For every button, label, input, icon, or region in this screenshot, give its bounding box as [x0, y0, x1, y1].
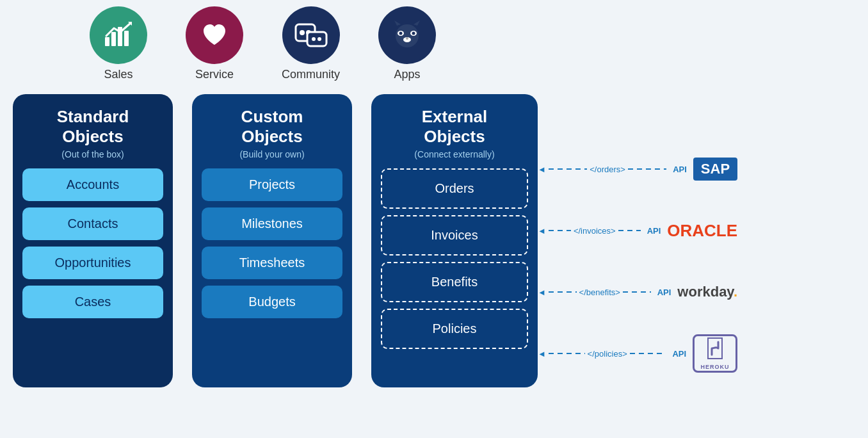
standard-item-cases: Cases: [22, 286, 163, 318]
external-item-benefits: Benefits: [385, 266, 524, 298]
apps-label: Apps: [394, 68, 421, 81]
external-objects-panel: ExternalObjects (Connect externally) Ord…: [371, 94, 538, 387]
community-icon-circle: [282, 6, 340, 64]
external-wrapper-orders: Orders: [381, 168, 528, 209]
svg-rect-8: [307, 32, 326, 46]
invoices-dashed-right: [618, 230, 641, 231]
sales-icon-circle: [90, 6, 147, 64]
svg-point-6: [300, 30, 305, 35]
icon-community: Community: [282, 6, 340, 81]
community-label: Community: [282, 68, 340, 81]
benefits-tag: </benefits>: [579, 288, 620, 297]
standard-objects-panel: StandardObjects (Out of the box) Account…: [13, 94, 173, 387]
policies-tag: </policies>: [588, 349, 627, 359]
policies-dashed-right: [630, 353, 666, 354]
icon-apps: Apps: [378, 6, 436, 81]
orders-tag: </orders>: [590, 165, 625, 174]
external-item-policies: Policies: [385, 312, 524, 345]
svg-point-9: [312, 37, 316, 41]
external-subtitle: (Connect externally): [381, 149, 528, 159]
icons-row: Sales Service Community: [90, 6, 855, 81]
connection-invoices: ◄ </invoices> API ORACLE: [538, 203, 737, 258]
benefits-api: API: [657, 288, 671, 297]
icon-service: Service: [186, 6, 243, 81]
policies-arrow-left: ◄: [538, 349, 546, 359]
columns-layout: StandardObjects (Out of the box) Account…: [13, 94, 855, 387]
benefits-dashed-left: [549, 291, 577, 293]
oracle-logo: ORACLE: [667, 221, 737, 241]
svg-marker-19: [414, 20, 420, 26]
service-icon-circle: [186, 6, 243, 64]
main-container: Sales Service Community: [0, 0, 868, 438]
heroku-icon: [705, 337, 725, 362]
orders-dashed-right: [628, 168, 666, 170]
external-wrapper-benefits: Benefits: [381, 262, 528, 302]
orders-arrow-left: ◄: [538, 165, 546, 174]
apps-icon-circle: [378, 6, 436, 64]
service-label: Service: [195, 68, 234, 81]
standard-item-contacts: Contacts: [22, 207, 163, 240]
external-item-invoices: Invoices: [385, 219, 524, 252]
invoices-tag: </invoices>: [574, 226, 616, 236]
connection-orders: ◄ </orders> API SAP: [538, 142, 737, 197]
workday-logo: workday.: [677, 284, 737, 300]
external-title: ExternalObjects: [381, 107, 528, 147]
custom-item-milestones: Milestones: [202, 207, 342, 240]
external-wrapper-invoices: Invoices: [381, 215, 528, 256]
custom-item-timesheets: Timesheets: [202, 247, 342, 279]
svg-rect-1: [111, 32, 116, 46]
orders-dashed-left: [549, 168, 587, 170]
svg-point-10: [317, 37, 321, 41]
connection-policies: ◄ </policies> API HEROKU: [538, 326, 737, 381]
standard-item-opportunities: Opportunities: [22, 247, 163, 279]
invoices-api: API: [647, 226, 661, 236]
svg-point-15: [412, 32, 415, 35]
sap-logo: SAP: [693, 158, 737, 181]
orders-api: API: [673, 165, 687, 174]
standard-item-accounts: Accounts: [22, 168, 163, 201]
policies-api: API: [672, 349, 686, 359]
invoices-arrow-left: ◄: [538, 226, 546, 236]
svg-marker-18: [394, 20, 401, 26]
invoices-dashed-left: [549, 230, 571, 231]
custom-item-budgets: Budgets: [202, 286, 342, 318]
custom-subtitle: (Build your own): [202, 149, 342, 159]
standard-title: StandardObjects: [22, 107, 163, 147]
svg-point-14: [399, 32, 403, 35]
external-item-orders: Orders: [385, 172, 524, 205]
policies-dashed-left: [549, 353, 585, 354]
custom-item-projects: Projects: [202, 168, 342, 201]
benefits-dashed-right: [623, 291, 651, 293]
sales-label: Sales: [104, 68, 133, 81]
benefits-arrow-left: ◄: [538, 288, 546, 297]
heroku-label-text: HEROKU: [701, 364, 730, 370]
svg-rect-3: [124, 31, 129, 46]
custom-objects-panel: CustomObjects (Build your own) Projects …: [192, 94, 352, 387]
custom-title: CustomObjects: [202, 107, 342, 147]
standard-subtitle: (Out of the box): [22, 149, 163, 159]
icon-sales: Sales: [90, 6, 147, 81]
connections-section: ◄ </orders> API SAP ◄ </invoices> API OR…: [538, 94, 737, 387]
heroku-logo: HEROKU: [693, 334, 737, 373]
svg-point-11: [396, 24, 419, 47]
svg-rect-0: [105, 37, 109, 46]
external-wrapper-policies: Policies: [381, 309, 528, 349]
connection-benefits: ◄ </benefits> API workday.: [538, 264, 737, 320]
svg-point-17: [406, 37, 408, 40]
